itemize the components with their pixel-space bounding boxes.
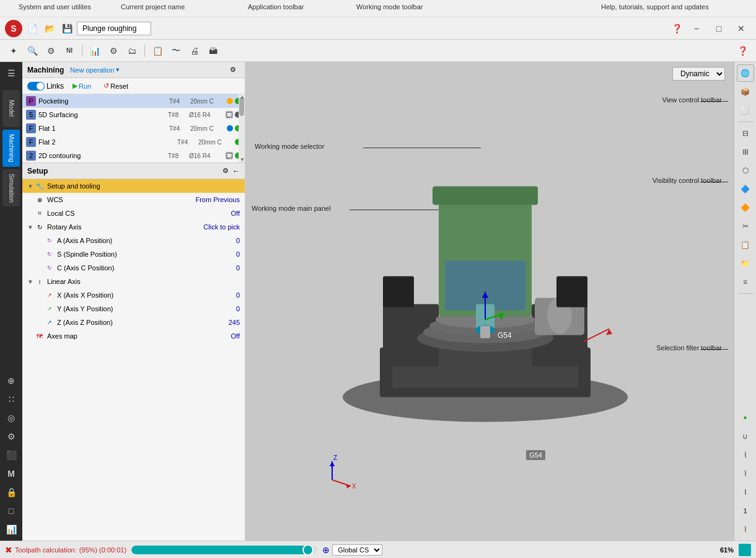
toolbar-btn-transform[interactable]: ⚙ (42, 42, 59, 60)
local-cs-item[interactable]: ⌗ Local CS Off (22, 206, 245, 220)
setup-and-tooling-item[interactable]: ▼ 🔧 Setup and tooling (22, 179, 245, 193)
view-ortho-btn[interactable]: ⬜ (737, 102, 754, 119)
close-button[interactable]: ✕ (731, 20, 751, 37)
sidebar-icon-bar[interactable]: 📊 (2, 521, 20, 538)
sidebar-icon-lock[interactable]: 🔒 (2, 484, 20, 501)
sidebar-icon-rect[interactable]: □ (2, 502, 20, 520)
new-operation-button[interactable]: New operation ▾ (66, 64, 123, 75)
new-file-button[interactable]: 📄 (25, 21, 40, 36)
viewport[interactable]: Working mode selector Working mode main … (245, 62, 756, 541)
logo-button[interactable]: S (5, 20, 22, 37)
vis-btn2[interactable]: ⊞ (737, 143, 754, 161)
cs-select[interactable]: Global CS (332, 544, 382, 556)
minimize-button[interactable]: − (687, 20, 706, 37)
c-axis-value[interactable]: 0 (236, 264, 240, 272)
sel-btn-surface1[interactable]: ⌇ (737, 446, 754, 464)
toolbar-btn-zoom[interactable]: 🔍 (24, 42, 41, 60)
toolbar-btn-mountain[interactable]: 🏔 (204, 42, 222, 60)
a-axis-item[interactable]: ↻ A (Axis A Position) 0 (22, 234, 245, 247)
op-row-pocketing[interactable]: P Pocketing T#4 20mm C (22, 94, 245, 108)
setup-arrow-button[interactable]: ← (232, 167, 240, 175)
y-axis-item[interactable]: ↗ Y (Axis Y Position) 0 (22, 302, 245, 316)
op-list-scrollbar[interactable]: ▲ ▼ (239, 94, 245, 162)
z-axis-item[interactable]: ↗ Z (Axis Z Position) 245 (22, 316, 245, 329)
sidebar-tab-model[interactable]: Model (2, 90, 20, 127)
vis-btn3[interactable]: ⬡ (737, 162, 754, 179)
sel-btn-1[interactable]: 1 (737, 502, 754, 520)
sidebar-menu-icon[interactable]: ☰ (2, 64, 20, 82)
sel-btn-nav[interactable]: ⌇ (737, 521, 754, 538)
toolbar-btn-print[interactable]: 🖨 (186, 42, 203, 60)
z-axis-value[interactable]: 245 (229, 319, 240, 326)
sidebar-icon-m[interactable]: M (2, 465, 20, 482)
sidebar-icon-gear[interactable]: ⚙ (2, 428, 20, 445)
links-toggle[interactable]: Links (27, 82, 64, 91)
wcs-value[interactable]: From Previous (195, 196, 240, 203)
viewport-dropdown-container[interactable]: Dynamic (672, 67, 725, 81)
ann-help: Help, tutorials, support and updates (601, 3, 709, 11)
view-iso-btn[interactable]: 📦 (737, 83, 754, 100)
toolbar-btn-chart[interactable]: 📊 (86, 42, 103, 60)
axes-map-value[interactable]: Off (231, 332, 240, 340)
x-axis-value[interactable]: 0 (236, 291, 240, 299)
save-file-button[interactable]: 💾 (59, 21, 74, 36)
op-tool-flat1: T#4 (169, 125, 188, 132)
toolbar-btn-select[interactable]: ✦ (5, 42, 22, 60)
s-spindle-value[interactable]: 0 (236, 250, 240, 258)
vis-btn4[interactable]: 🔷 (737, 180, 754, 198)
vis-btn6[interactable]: ✂ (737, 218, 754, 235)
rotary-axis-value[interactable]: Click to pick (203, 223, 240, 231)
vis-btn1[interactable]: ⊟ (737, 125, 754, 142)
scroll-up-arrow[interactable]: ▲ (240, 94, 245, 100)
toolbar-btn-wave[interactable]: 〜 (167, 42, 185, 60)
linear-axis-section[interactable]: ▼ ↕ Linear Axis (22, 275, 245, 288)
restore-button[interactable]: □ (709, 20, 729, 37)
x-axis-item[interactable]: ↗ X (Axis X Position) 0 (22, 288, 245, 302)
open-file-button[interactable]: 📂 (42, 21, 57, 36)
a-axis-value[interactable]: 0 (236, 237, 240, 244)
op-tool-2d-contouring: T#8 (168, 153, 187, 159)
vis-btn5[interactable]: 🔶 (737, 199, 754, 216)
project-name-field[interactable]: Plunge roughing (77, 22, 151, 35)
op-row-flat2[interactable]: F Flat 2 T#4 20mm C (22, 135, 245, 149)
sidebar-icon-add[interactable]: ⊕ (2, 372, 20, 389)
wcs-icon: ⊕ (35, 195, 45, 205)
sidebar-icon-box[interactable]: ⬛ (2, 446, 20, 464)
y-axis-value[interactable]: 0 (236, 305, 240, 312)
sidebar-tab-machining[interactable]: Machining (2, 130, 20, 167)
panel-settings-button[interactable]: ⚙ (226, 64, 240, 75)
local-cs-value[interactable]: Off (231, 210, 240, 217)
help-button[interactable]: ❓ (669, 21, 684, 36)
toolbar-btn-ni[interactable]: NI (61, 42, 78, 60)
sel-btn-dot[interactable]: • (737, 409, 754, 427)
svg-rect-24 (383, 276, 414, 307)
vis-btn9[interactable]: ≡ (737, 273, 754, 291)
s-spindle-item[interactable]: ↻ S (Spindle Position) 0 (22, 247, 245, 261)
wcs-item[interactable]: ⊕ WCS From Previous (22, 193, 245, 206)
progress-bar-container[interactable] (131, 546, 317, 554)
reset-button[interactable]: ↺ Reset (100, 81, 132, 91)
op-row-5d-surfacing[interactable]: 5 5D Surfacing T#8 Ø16 R4 💬 (22, 108, 245, 122)
axes-map-item[interactable]: 🗺 Axes map Off (22, 329, 245, 343)
sel-btn-surface2[interactable]: ⌇ (737, 465, 754, 482)
toolbar-btn-report[interactable]: 📋 (149, 42, 166, 60)
op-row-flat1[interactable]: F Flat 1 T#4 20mm C (22, 122, 245, 135)
scroll-down-arrow[interactable]: ▼ (240, 157, 245, 162)
sel-btn-curve[interactable]: ∪ (737, 428, 754, 445)
toolbar-btn-settings2[interactable]: ⚙ (105, 42, 122, 60)
vis-btn8[interactable]: 📁 (737, 255, 754, 272)
setup-settings-button[interactable]: ⚙ (219, 166, 232, 176)
toolbar-btn-help2[interactable]: ❓ (734, 42, 751, 60)
rotary-axis-section[interactable]: ▼ ↻ Rotary Axis Click to pick (22, 220, 245, 234)
view-sphere-btn[interactable]: 🌐 (737, 64, 754, 82)
op-row-2d-contouring[interactable]: 2 2D contouring T#8 Ø16 R4 💬 (22, 149, 245, 162)
sel-btn-surface3[interactable]: ⌇ (737, 484, 754, 501)
sidebar-icon-target[interactable]: ◎ (2, 409, 20, 427)
vis-btn7[interactable]: 📋 (737, 236, 754, 254)
c-axis-item[interactable]: ↻ C (Axis C Position) 0 (22, 261, 245, 275)
sidebar-tab-simulation[interactable]: Simulation (2, 169, 20, 206)
run-button[interactable]: ▶ Run (69, 81, 95, 91)
viewport-dropdown[interactable]: Dynamic (672, 67, 725, 81)
sidebar-icon-dots[interactable]: ∷ (2, 391, 20, 408)
toolbar-btn-layers[interactable]: 🗂 (123, 42, 141, 60)
